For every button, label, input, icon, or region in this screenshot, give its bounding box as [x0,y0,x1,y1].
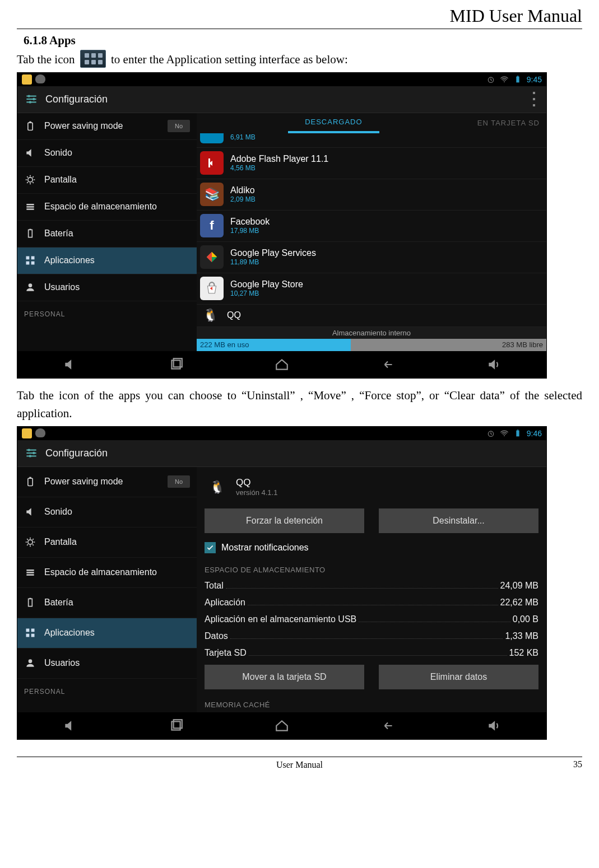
app-list-item[interactable]: 🐧 QQ [197,305,546,327]
app-name: Adobe Flash Player 11.1 [230,154,328,164]
wifi-icon [500,75,509,84]
recent-apps-icon[interactable] [166,718,186,734]
notification-icon [22,428,32,438]
storage-icon [24,566,36,578]
paragraph-2: Tab the icon of the apps you can choose … [17,386,582,423]
app-list-item[interactable]: 📚 Aldiko2,09 MB [197,179,546,211]
header-rule [17,29,582,29]
svg-point-26 [504,435,505,436]
intro-paragraph: Tab the icon to enter the Application se… [17,50,582,69]
power-icon [24,475,36,488]
sidebar-item-display[interactable]: Pantalla [17,167,197,194]
app-icon: 📚 [200,183,224,206]
storage-icon [24,200,36,213]
settings-sidebar: Power saving mode No Sonido Pantalla Esp… [17,467,197,712]
volume-up-icon[interactable] [484,718,504,734]
user-icon [24,657,36,669]
volume-down-icon[interactable] [60,718,80,734]
sidebar-item-apps[interactable]: Aplicaciones [17,618,197,648]
show-notifications-label: Mostrar notificaciones [221,543,309,553]
home-icon[interactable] [272,718,292,734]
page-footer: 35 User Manual [0,757,599,781]
show-notifications-row[interactable]: Mostrar notificaciones [197,539,546,560]
app-icon [200,277,224,300]
clear-data-button[interactable]: Eliminar datos [379,665,538,689]
svg-rect-13 [26,204,34,206]
app-list-item[interactable]: Google Play Services11,89 MB [197,242,546,273]
row-value: 0,00 B [513,614,538,624]
app-list-item[interactable]: Adobe Flash Player 11.14,56 MB [197,148,546,179]
svg-point-8 [32,98,35,100]
svg-rect-21 [31,262,35,265]
row-value: 152 KB [509,648,538,658]
back-icon[interactable] [378,357,398,372]
volume-down-icon[interactable] [60,357,80,372]
sidebar-item-power-saving[interactable]: Power saving mode No [17,467,197,497]
svg-rect-16 [29,230,32,237]
sidebar-item-storage[interactable]: Espacio de almacenamiento [17,194,197,221]
app-list-item[interactable]: f Facebook17,98 MB [197,211,546,242]
sidebar-item-apps[interactable]: Aplicaciones [17,248,197,274]
app-icon: f [200,214,224,237]
sidebar-item-label: Usuarios [44,282,80,292]
status-bar: 9:45 [17,73,546,86]
sidebar-item-users[interactable]: Usuarios [17,274,197,301]
storage-row: Tarjeta SD152 KB [197,645,546,661]
app-size: 11,89 MB [230,258,316,266]
svg-point-33 [32,452,35,454]
settings-icon[interactable] [23,91,40,108]
row-key: Aplicación en el almacenamiento USB [205,614,356,624]
notification-icon [22,74,32,85]
settings-icon[interactable] [23,445,40,461]
svg-rect-36 [29,477,31,479]
row-value: 1,33 MB [505,631,538,641]
notification-icon [35,74,45,83]
sidebar-item-sound[interactable]: Sonido [17,497,197,528]
actionbar-title: Configuración [45,94,108,105]
uninstall-button[interactable]: Desinstalar... [379,508,538,533]
svg-rect-41 [29,599,32,606]
volume-up-icon[interactable] [484,357,504,372]
svg-rect-40 [26,574,34,576]
svg-point-1 [504,81,505,82]
battery-icon [24,227,36,240]
tab-downloaded[interactable]: DESCARGADO [288,113,379,133]
user-icon [24,281,36,293]
move-to-sd-button[interactable]: Mover a la tarjeta SD [205,665,364,689]
storage-row: Total24,09 MB [197,577,546,594]
svg-point-32 [28,449,30,451]
row-value: 24,09 MB [500,581,538,591]
home-icon[interactable] [272,357,292,372]
sidebar-item-power-saving[interactable]: Power saving mode No [17,113,197,140]
recent-apps-icon[interactable] [166,357,186,372]
back-icon[interactable] [378,718,398,734]
sidebar-item-storage[interactable]: Espacio de almacenamiento [17,558,197,588]
sidebar-item-label: Power saving mode [44,477,123,487]
sidebar-item-battery[interactable]: Batería [17,221,197,248]
overflow-menu-icon[interactable] [527,90,541,108]
force-stop-button[interactable]: Forzar la detención [205,508,364,533]
svg-rect-17 [29,229,31,230]
sidebar-section-personal: PERSONAL [17,679,197,699]
sidebar-item-label: Aplicaciones [44,255,95,265]
sidebar-item-sound[interactable]: Sonido [17,140,197,167]
sidebar-item-display[interactable]: Pantalla [17,528,197,558]
app-list-item[interactable]: 6,91 MB [197,133,546,148]
apps-grid-icon [80,50,106,68]
sidebar-item-battery[interactable]: Batería [17,588,197,618]
toggle-switch[interactable]: No [168,475,190,488]
app-icon [200,245,224,269]
alarm-icon [486,429,495,438]
row-value: 22,62 MB [500,598,538,608]
sidebar-item-label: Power saving mode [44,121,123,131]
storage-section-header: ESPACIO DE ALMACENAMIENTO [197,560,546,577]
toggle-switch[interactable]: No [168,120,190,132]
svg-rect-45 [26,634,30,637]
app-list-item[interactable]: Google Play Store10,27 MB [197,273,546,305]
storage-used: 222 MB en uso [197,339,351,351]
svg-point-22 [29,283,32,287]
sidebar-item-users[interactable]: Usuarios [17,648,197,679]
tab-sd-card[interactable]: EN TARJETA SD [471,113,546,133]
checkbox-checked-icon[interactable] [205,542,216,553]
battery-icon [513,75,522,84]
